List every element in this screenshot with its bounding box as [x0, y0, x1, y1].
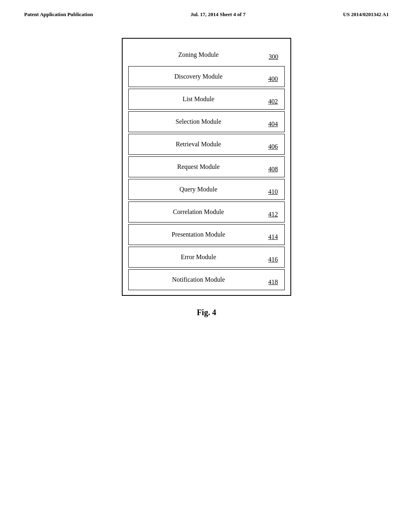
- module-row-request-module: Request Module 408: [128, 156, 285, 177]
- fig-caption: Fig. 4: [197, 308, 216, 317]
- module-number: 418: [268, 278, 278, 286]
- module-number: 412: [268, 211, 278, 218]
- outer-box: Zoning Module 300 Discovery Module 400 L…: [122, 38, 291, 296]
- module-number: 414: [268, 233, 278, 241]
- module-number: 404: [268, 121, 278, 128]
- module-row-list-module: List Module 402: [128, 89, 285, 110]
- header-center: Jul. 17, 2014 Sheet 4 of 7: [190, 11, 246, 18]
- header-right: US 2014/0201342 A1: [343, 11, 389, 18]
- module-name: Discovery Module: [135, 73, 278, 80]
- module-row-error-module: Error Module 416: [128, 247, 285, 268]
- module-number: 410: [268, 188, 278, 195]
- module-number: 300: [269, 53, 278, 60]
- module-name: Query Module: [135, 186, 278, 193]
- module-name: Selection Module: [135, 118, 278, 125]
- module-row-correlation-module: Correlation Module 412: [128, 202, 285, 222]
- module-row-zoning: Zoning Module 300: [128, 44, 285, 64]
- page-header: Patent Application Publication Jul. 17, …: [0, 0, 413, 26]
- module-number: 416: [268, 256, 278, 263]
- module-row-query-module: Query Module 410: [128, 179, 285, 200]
- module-name: Presentation Module: [135, 231, 278, 238]
- module-name: Retrieval Module: [135, 141, 278, 148]
- header-left: Patent Application Publication: [24, 11, 93, 18]
- module-row-notification-module: Notification Module 418: [128, 269, 285, 290]
- module-row-discovery-module: Discovery Module 400: [128, 66, 285, 87]
- module-name: Request Module: [135, 163, 278, 170]
- module-number: 408: [268, 166, 278, 173]
- module-name: Correlation Module: [135, 208, 278, 216]
- module-row-presentation-module: Presentation Module 414: [128, 224, 285, 245]
- module-name: Error Module: [135, 254, 278, 261]
- diagram-container: Zoning Module 300 Discovery Module 400 L…: [0, 26, 413, 325]
- module-row-selection-module: Selection Module 404: [128, 111, 285, 132]
- module-number: 406: [268, 143, 278, 150]
- module-number: 400: [268, 75, 278, 83]
- module-row-retrieval-module: Retrieval Module 406: [128, 134, 285, 155]
- module-number: 402: [268, 98, 278, 105]
- module-name: Zoning Module: [135, 51, 278, 58]
- module-name: List Module: [135, 96, 278, 103]
- module-name: Notification Module: [135, 276, 278, 283]
